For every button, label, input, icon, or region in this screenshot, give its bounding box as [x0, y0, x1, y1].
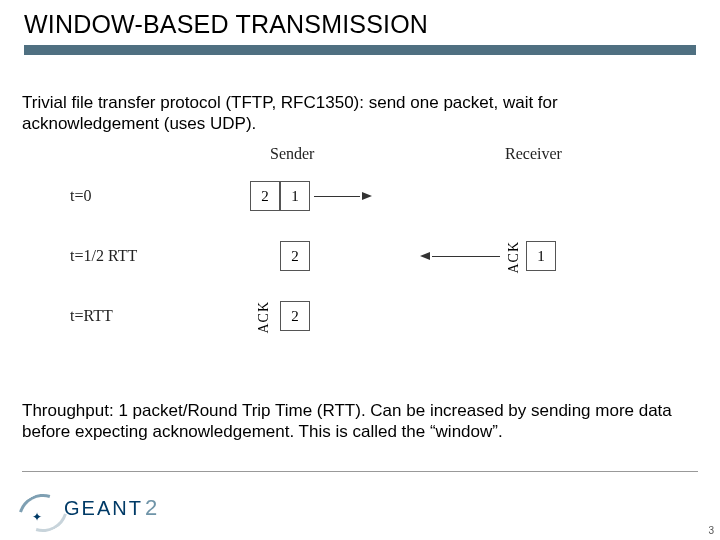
page-title: WINDOW-BASED TRANSMISSION: [24, 10, 696, 45]
intro-text: Trivial file transfer protocol (TFTP, RF…: [22, 92, 698, 135]
title-underline: [24, 45, 696, 55]
queue-cell: 1: [280, 181, 310, 211]
sender-queue-t0: 2 1: [250, 181, 310, 211]
outro-text: Throughput: 1 packet/Round Trip Time (RT…: [22, 400, 698, 443]
geant2-logo: ✦ GEANT 2: [22, 490, 159, 526]
receiver-label: Receiver: [505, 145, 562, 163]
logo-text: GEANT 2: [64, 495, 159, 521]
slide: WINDOW-BASED TRANSMISSION Trivial file t…: [0, 0, 720, 540]
receiver-queue-t1: 1: [526, 241, 556, 271]
time-label-t2: t=RTT: [70, 307, 113, 325]
time-label-t0: t=0: [70, 187, 91, 205]
footer-rule: [22, 471, 698, 472]
logo-name: GEANT: [64, 497, 143, 520]
logo-star-icon: ✦: [32, 510, 42, 524]
logo-suffix: 2: [145, 495, 159, 521]
queue-cell: 2: [250, 181, 280, 211]
ack-label-sender: ACK: [256, 301, 272, 334]
page-number: 3: [708, 525, 714, 536]
queue-cell: 2: [280, 241, 310, 271]
sender-queue-t1: 2: [280, 241, 310, 271]
sender-label: Sender: [270, 145, 314, 163]
logo-swoosh-icon: ✦: [22, 490, 62, 526]
sender-queue-t2: 2: [280, 301, 310, 331]
title-block: WINDOW-BASED TRANSMISSION: [24, 10, 696, 55]
time-label-t1: t=1/2 RTT: [70, 247, 137, 265]
ack-label-receiver: ACK: [506, 241, 522, 274]
queue-cell: 2: [280, 301, 310, 331]
queue-cell: 1: [526, 241, 556, 271]
tftp-diagram: Sender Receiver t=0 t=1/2 RTT t=RTT 2 1 …: [70, 145, 630, 380]
